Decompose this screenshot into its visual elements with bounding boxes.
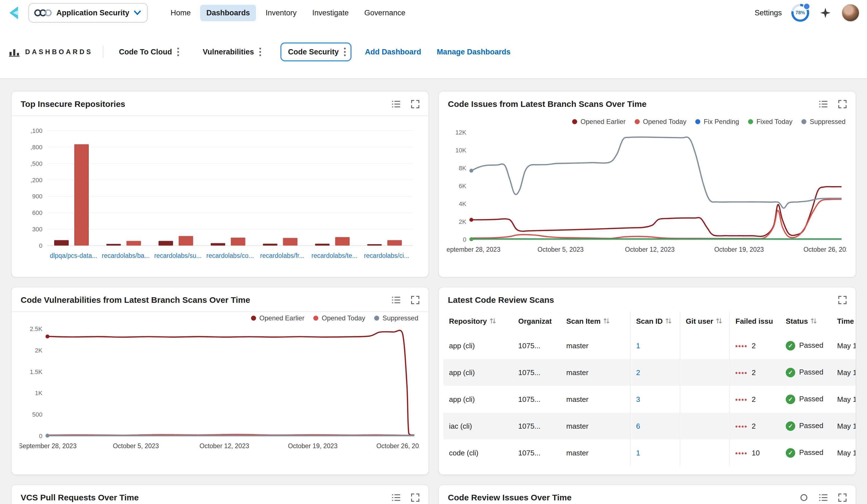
repo-link[interactable]: recardolabs/ci... [364,252,409,259]
sort-icon[interactable] [811,318,817,324]
column-header-status[interactable]: Status [780,311,832,332]
list-view-icon[interactable] [392,100,400,108]
nav-item-home[interactable]: Home [164,5,197,21]
expand-icon[interactable] [838,296,847,304]
cell-failed-issues: 2 [730,359,780,386]
list-view-icon[interactable] [392,296,400,304]
legend-item[interactable]: Fixed Today [748,118,792,125]
kebab-menu-icon[interactable] [258,47,263,56]
app-module-selector[interactable]: Application Security [29,3,148,23]
column-header-scan-item[interactable]: Scan Item [561,311,630,332]
manage-dashboards-link[interactable]: Manage Dashboards [437,48,511,56]
column-header-git-user[interactable]: Git user [680,311,730,332]
legend-item[interactable]: Suppressed [801,118,846,125]
table-row[interactable]: app (cli)1075...master12✓PassedMay 11, 2… [443,332,856,359]
tab-code-to-cloud[interactable]: Code To Cloud [115,42,185,62]
donut-chart-icon[interactable] [800,493,808,502]
cell-git-user [680,386,730,413]
sort-icon[interactable] [603,318,610,324]
svg-text:October 5, 2023: October 5, 2023 [113,442,159,450]
table-row[interactable]: iac (cli)1075...master62✓PassedMay 11, 2… [443,413,856,439]
column-header-time[interactable]: Time [832,311,856,332]
legend-item[interactable]: Opened Today [635,118,687,125]
vertical-divider [103,46,103,58]
sort-icon[interactable] [665,318,672,324]
kebab-menu-icon[interactable] [176,47,180,56]
card-title: Latest Code Review Scans [448,295,554,305]
cell-scan-item: master [561,386,630,413]
expand-icon[interactable] [411,493,419,502]
nav-item-dashboards[interactable]: Dashboards [200,5,256,21]
repo-link[interactable]: recardolabs/co... [206,252,254,259]
cell-repository: app (cli) [443,386,513,413]
brand-logo-icon[interactable] [8,5,23,20]
expand-icon[interactable] [838,493,847,502]
line-chart-code-vulnerabilities[interactable]: 2.5K2K1.5K1K5000September 28, 2023Octobe… [20,322,419,463]
severity-dots [736,372,747,374]
add-dashboard-link[interactable]: Add Dashboard [365,48,421,56]
bar-chart-top-insecure[interactable]: ,100,800,500,2009006003000dlpqa/pcs-data… [20,116,419,262]
card-code-vulnerabilities-over-time: Code Vulnerabilities from Latest Branch … [11,287,429,475]
repo-link[interactable]: recardolabs/ba... [102,252,150,259]
sort-icon[interactable] [490,318,496,324]
progress-ring[interactable]: 78% [791,4,809,22]
scan-id-link[interactable]: 6 [636,422,640,430]
module-logo-icon [34,8,52,17]
legend-dot [251,316,256,321]
repo-link[interactable]: recardolabs/fr... [260,252,304,259]
sort-icon[interactable] [716,318,722,324]
table-row[interactable]: code (cli)1075...master110✓PassedMay 12,… [443,439,856,466]
list-view-icon[interactable] [392,494,400,502]
svg-text:0: 0 [463,236,466,243]
nav-item-governance[interactable]: Governance [358,5,411,21]
cell-scan-id: 1 [630,332,680,359]
legend-item[interactable]: Opened Today [313,314,365,322]
repo-link[interactable]: recardolabs/te... [311,252,357,259]
list-view-icon[interactable] [819,100,828,108]
svg-text:300: 300 [32,226,42,233]
cell-status: ✓Passed [780,359,832,386]
cell-scan-item: master [561,359,630,386]
card-latest-code-review-scans: Latest Code Review Scans RepositoryOrgan… [438,287,856,475]
nav-item-inventory[interactable]: Inventory [259,5,303,21]
table-row[interactable]: app (cli)1075...master22✓PassedMay 11, 2… [443,359,856,386]
scan-id-link[interactable]: 1 [636,342,640,350]
column-header-repository[interactable]: Repository [443,311,513,332]
cell-status: ✓Passed [780,386,832,413]
nav-item-investigate[interactable]: Investigate [306,5,355,21]
legend-item[interactable]: Fix Pending [695,118,739,125]
cell-scan-item: master [561,413,630,439]
repo-link[interactable]: recardolabs/su... [154,252,202,259]
notification-dot [803,3,810,10]
settings-link[interactable]: Settings [754,9,782,17]
cell-scan-id: 6 [630,413,680,439]
legend-item[interactable]: Opened Earlier [572,118,625,125]
column-header-organizat[interactable]: Organizat [513,311,561,332]
expand-icon[interactable] [411,100,419,108]
table-row[interactable]: app (cli)1075...master32✓PassedMay 11, 2… [443,386,856,413]
list-view-icon[interactable] [819,494,828,502]
tab-code-security[interactable]: Code Security [280,42,352,62]
svg-text:October 19, 2023: October 19, 2023 [288,442,338,450]
scan-id-link[interactable]: 2 [636,368,640,377]
column-header-failed-issu[interactable]: Failed issu [730,311,780,332]
repo-link[interactable]: dlpqa/pcs-data... [50,252,97,259]
cell-repository: iac (cli) [443,413,513,439]
status-text: Passed [799,448,823,457]
expand-icon[interactable] [411,296,419,304]
legend-item[interactable]: Opened Earlier [251,314,304,322]
scan-id-link[interactable]: 1 [636,449,640,457]
chevron-down-icon [134,10,141,15]
user-avatar[interactable] [842,4,859,22]
legend-item[interactable]: Suppressed [374,314,418,322]
scan-id-link[interactable]: 3 [636,395,640,404]
tab-vulnerabilities[interactable]: Vulnerabilities [198,42,267,62]
line-chart-code-issues[interactable]: 12K10K8K6K4K2K0September 28, 2023October… [447,125,847,266]
kebab-menu-icon[interactable] [343,47,347,56]
svg-text:October 12, 2023: October 12, 2023 [625,246,675,253]
column-header-scan-id[interactable]: Scan ID [630,311,680,332]
cell-organization: 1075... [513,332,561,359]
expand-icon[interactable] [838,100,847,108]
apps-grid-icon[interactable] [819,6,832,20]
cell-git-user [680,359,730,386]
